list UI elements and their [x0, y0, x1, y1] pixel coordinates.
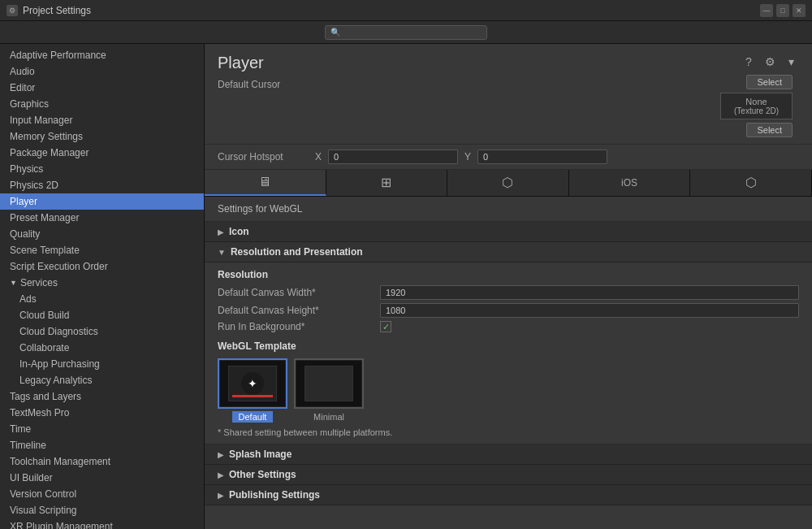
icon-section-label: Icon [229, 226, 249, 237]
icon-section-header[interactable]: ▶ Icon [205, 222, 812, 242]
sidebar-item-tags-and-layers[interactable]: Tags and Layers [0, 388, 204, 405]
resolution-triangle-icon: ▼ [218, 248, 226, 257]
platform-tabs: 🖥 ⊞ ⬡ iOS ⬡ [205, 170, 812, 197]
select-button-top[interactable]: Select [746, 75, 793, 89]
titlebar-controls: — □ ✕ [760, 4, 806, 17]
sidebar-item-cloud-build[interactable]: Cloud Build [0, 307, 204, 323]
titlebar: ⚙ Project Settings — □ ✕ [0, 0, 812, 21]
settings-for-label: Settings for WebGL [205, 197, 812, 222]
close-button[interactable]: ✕ [793, 4, 806, 17]
titlebar-title: Project Settings [23, 5, 91, 16]
minimize-button[interactable]: — [760, 4, 773, 17]
sidebar-item-version-control[interactable]: Version Control [0, 486, 204, 502]
xy-group: X Y [315, 150, 607, 164]
sidebar-item-graphics[interactable]: Graphics [0, 96, 204, 112]
template-minimal-thumb [294, 358, 364, 409]
splash-section-header[interactable]: ▶ Splash Image [205, 444, 812, 465]
shared-note: * Shared setting between multiple platfo… [218, 427, 799, 437]
splash-section-label: Splash Image [229, 449, 292, 460]
resolution-section-content: Resolution Default Canvas Width* Default… [205, 262, 812, 444]
sidebar-item-timeline[interactable]: Timeline [0, 437, 204, 453]
canvas-height-input[interactable] [380, 303, 799, 318]
sidebar-item-package-manager[interactable]: Package Manager [0, 145, 204, 161]
sidebar-item-physics-2d[interactable]: Physics 2D [0, 177, 204, 193]
sidebar-item-ads[interactable]: Ads [0, 291, 204, 307]
sidebar-item-toolchain-management[interactable]: Toolchain Management [0, 453, 204, 470]
sidebar-item-textmesh-pro[interactable]: TextMesh Pro [0, 405, 204, 421]
sidebar-item-cloud-diagnostics[interactable]: Cloud Diagnostics [0, 323, 204, 340]
sidebar-item-script-execution-order[interactable]: Script Execution Order [0, 258, 204, 275]
canvas-width-input[interactable] [380, 285, 799, 300]
search-wrap: 🔍 [325, 25, 487, 40]
tab-ios[interactable]: iOS [569, 170, 691, 196]
restore-button[interactable]: □ [776, 4, 789, 17]
icon-section-triangle: ▶ [218, 228, 224, 236]
tab-android[interactable]: ⬡ [447, 170, 569, 196]
unity-logo: ✦ [241, 372, 264, 395]
template-minimal[interactable]: Minimal [294, 358, 364, 423]
sidebar-item-xr-plugin-management[interactable]: XR Plugin Management [0, 518, 204, 529]
settings-icon[interactable]: ⚙ [762, 54, 778, 70]
canvas-height-label: Default Canvas Height* [218, 305, 380, 316]
resolution-sublabel: Resolution [218, 269, 799, 280]
sidebar-item-preset-manager[interactable]: Preset Manager [0, 210, 204, 226]
search-input[interactable] [343, 28, 482, 37]
y-input[interactable] [477, 150, 607, 164]
run-in-background-row: Run In Background* ✓ [218, 321, 799, 332]
canvas-width-row: Default Canvas Width* [218, 285, 799, 300]
x-label: X [315, 151, 322, 163]
x-input[interactable] [328, 150, 458, 164]
other-triangle-icon: ▶ [218, 470, 224, 479]
content-area: Player Default Cursor ? ⚙ ▾ Select None … [205, 44, 812, 529]
splash-triangle-icon: ▶ [218, 450, 224, 459]
help-icon[interactable]: ? [741, 54, 757, 70]
monitor-icon: 🖥 [258, 175, 271, 189]
publishing-section-header[interactable]: ▶ Publishing Settings [205, 485, 812, 505]
run-in-background-label: Run In Background* [218, 321, 380, 332]
template-default-inner: ✦ [220, 361, 285, 406]
select-button-bottom[interactable]: Select [746, 123, 793, 137]
none-texture-label: None [734, 97, 779, 106]
sidebar-item-audio[interactable]: Audio [0, 63, 204, 80]
none-texture-box: None (Texture 2D) [720, 93, 793, 119]
run-in-background-checkbox[interactable]: ✓ [380, 321, 391, 332]
sidebar-item-editor[interactable]: Editor [0, 80, 204, 96]
sidebar-item-visual-scripting[interactable]: Visual Scripting [0, 502, 204, 518]
sidebar-group-services[interactable]: ▼ Services [0, 275, 204, 291]
other-section-label: Other Settings [229, 469, 296, 480]
cursor-hotspot-row: Cursor Hotspot X Y [205, 145, 812, 170]
canvas-height-row: Default Canvas Height* [218, 303, 799, 318]
template-default-thumb: ✦ [218, 358, 287, 409]
template-default[interactable]: ✦ Default [218, 358, 287, 423]
sidebar-item-adaptive-performance[interactable]: Adaptive Performance [0, 47, 204, 63]
tab-webgl[interactable]: ⬡ [690, 170, 812, 196]
sidebar-item-memory-settings[interactable]: Memory Settings [0, 128, 204, 145]
template-options: ✦ Default [218, 358, 799, 423]
none-texture-sub: (Texture 2D) [734, 106, 779, 115]
other-section-header[interactable]: ▶ Other Settings [205, 465, 812, 485]
publishing-triangle-icon: ▶ [218, 491, 224, 500]
services-triangle-icon: ▼ [10, 279, 17, 287]
sidebar-item-in-app-purchasing[interactable]: In-App Purchasing [0, 356, 204, 372]
ios-label: iOS [621, 177, 637, 189]
template-minimal-label: Minimal [307, 411, 351, 423]
search-icon: 🔍 [330, 28, 340, 37]
tab-grid[interactable]: ⊞ [326, 170, 448, 196]
webgl-icon: ⬡ [745, 176, 757, 189]
tab-monitor[interactable]: 🖥 [205, 170, 326, 196]
y-label: Y [464, 151, 471, 163]
page-title: Player [218, 54, 315, 72]
app-icon: ⚙ [6, 5, 18, 16]
sidebar-item-ui-builder[interactable]: UI Builder [0, 470, 204, 486]
sidebar-item-input-manager[interactable]: Input Manager [0, 112, 204, 128]
sidebar-item-quality[interactable]: Quality [0, 226, 204, 242]
sidebar-item-time[interactable]: Time [0, 421, 204, 437]
sidebar-item-collaborate[interactable]: Collaborate [0, 340, 204, 356]
android-icon: ⬡ [502, 176, 513, 189]
chevron-down-icon[interactable]: ▾ [783, 54, 799, 70]
sidebar-item-player[interactable]: Player [0, 193, 204, 210]
sidebar-item-legacy-analytics[interactable]: Legacy Analytics [0, 372, 204, 388]
resolution-section-header[interactable]: ▼ Resolution and Presentation [205, 242, 812, 262]
sidebar-item-scene-template[interactable]: Scene Template [0, 242, 204, 258]
sidebar-item-physics[interactable]: Physics [0, 161, 204, 177]
